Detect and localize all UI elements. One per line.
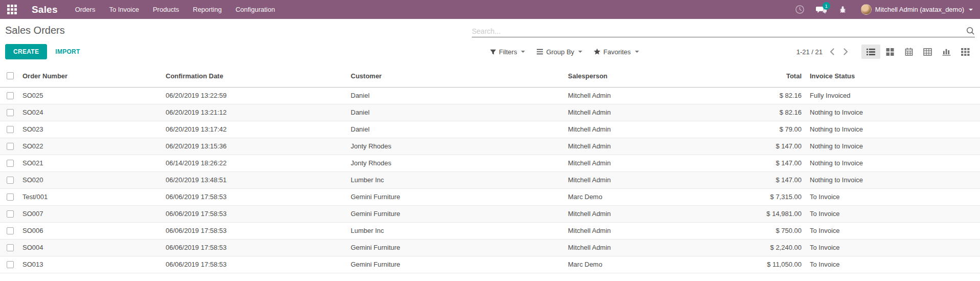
order-row[interactable]: SO023 06/20/2019 13:17:42 Daniel Mitchel… xyxy=(0,121,980,138)
invoice-status-cell: Nothing to Invoice xyxy=(804,104,980,121)
order-row[interactable]: SO007 06/06/2019 17:58:53 Gemini Furnitu… xyxy=(0,205,980,222)
confirmation-date-cell: 06/06/2019 17:58:53 xyxy=(164,256,349,273)
header-total[interactable]: Total xyxy=(742,65,804,87)
header-order-number[interactable]: Order Number xyxy=(20,65,164,87)
pager-next-button[interactable] xyxy=(844,48,848,55)
row-checkbox[interactable] xyxy=(7,160,14,167)
salesperson-cell: Mitchell Admin xyxy=(566,239,742,256)
customer-cell: Gemini Furniture xyxy=(349,239,566,256)
total-cell: $ 750.00 xyxy=(742,222,804,239)
select-all-checkbox[interactable] xyxy=(7,72,14,79)
salesperson-cell: Mitchell Admin xyxy=(566,104,742,121)
menu-item[interactable]: Configuration xyxy=(236,6,275,13)
invoice-status-cell: To Invoice xyxy=(804,188,980,205)
search-icon[interactable] xyxy=(966,26,975,35)
view-calendar-button[interactable] xyxy=(899,45,918,59)
row-checkbox[interactable] xyxy=(7,193,14,201)
row-checkbox[interactable] xyxy=(7,92,14,99)
main-menu: OrdersTo InvoiceProductsReportingConfigu… xyxy=(75,6,275,13)
row-checkbox-cell xyxy=(0,138,20,155)
row-checkbox[interactable] xyxy=(7,261,14,268)
order-row[interactable]: SO006 06/06/2019 17:58:53 Lumber Inc Mit… xyxy=(0,222,980,239)
order-row[interactable]: SO020 06/20/2019 13:48:51 Lumber Inc Mit… xyxy=(0,171,980,188)
clock-icon xyxy=(795,5,805,14)
messages-count-badge: 1 xyxy=(823,2,830,10)
invoice-status-cell: Nothing to Invoice xyxy=(804,138,980,155)
header-invoice-status[interactable]: Invoice Status xyxy=(804,65,980,87)
row-checkbox[interactable] xyxy=(7,109,14,116)
confirmation-date-cell: 06/06/2019 17:58:53 xyxy=(164,239,349,256)
row-checkbox[interactable] xyxy=(7,126,14,133)
header-salesperson[interactable]: Salesperson xyxy=(566,65,742,87)
order-row[interactable]: SO024 06/20/2019 13:21:12 Daniel Mitchel… xyxy=(0,104,980,121)
customer-cell: Jonty Rhodes xyxy=(349,155,566,171)
app-title[interactable]: Sales xyxy=(32,4,58,15)
menu-item[interactable]: Reporting xyxy=(193,6,221,13)
row-checkbox[interactable] xyxy=(7,210,14,218)
order-number-cell: SO007 xyxy=(20,205,164,222)
order-row[interactable]: SO021 06/14/2019 18:26:22 Jonty Rhodes M… xyxy=(0,155,980,171)
list-view-icon xyxy=(867,48,875,56)
row-checkbox[interactable] xyxy=(7,143,14,150)
pager-previous-button[interactable] xyxy=(830,48,834,55)
total-cell: $ 11,050.00 xyxy=(742,256,804,273)
pager-nav xyxy=(830,48,848,55)
view-pivot-button[interactable] xyxy=(918,45,937,59)
salesperson-cell: Marc Demo xyxy=(566,188,742,205)
row-checkbox-cell xyxy=(0,171,20,188)
bug-icon xyxy=(838,5,847,14)
invoice-status-cell: Nothing to Invoice xyxy=(804,171,980,188)
header-customer[interactable]: Customer xyxy=(349,65,566,87)
customer-cell: Daniel xyxy=(349,87,566,104)
menu-item[interactable]: Products xyxy=(153,6,179,13)
total-cell: $ 147.00 xyxy=(742,155,804,171)
salesperson-cell: Mitchell Admin xyxy=(566,155,742,171)
activities-button[interactable] xyxy=(791,0,809,19)
row-checkbox-cell xyxy=(0,256,20,273)
orders-table: Order Number Confirmation Date Customer … xyxy=(0,65,980,273)
total-cell: $ 147.00 xyxy=(742,171,804,188)
total-cell: $ 82.16 xyxy=(742,87,804,104)
favorites-dropdown[interactable]: Favorites xyxy=(594,48,639,56)
view-list-button[interactable] xyxy=(861,45,880,59)
view-kanban-button[interactable] xyxy=(880,45,899,59)
order-row[interactable]: SO025 06/20/2019 13:22:59 Daniel Mitchel… xyxy=(0,87,980,104)
invoice-status-cell: Fully Invoiced xyxy=(804,87,980,104)
invoice-status-cell: To Invoice xyxy=(804,222,980,239)
view-graph-button[interactable] xyxy=(937,45,956,59)
pager-zone: 1-21 / 21 xyxy=(796,45,975,59)
group-by-dropdown[interactable]: Group By xyxy=(536,48,582,56)
customer-cell: Lumber Inc xyxy=(349,222,566,239)
search-input[interactable] xyxy=(472,27,966,35)
row-checkbox[interactable] xyxy=(7,177,14,184)
customer-cell: Daniel xyxy=(349,104,566,121)
group-by-lines-icon xyxy=(536,49,543,55)
import-button[interactable]: IMPORT xyxy=(55,48,80,55)
debug-button[interactable] xyxy=(834,0,852,19)
user-menu[interactable]: Mitchell Admin (avatax_demo) xyxy=(861,4,973,15)
topbar-right: 1 Mitchell Admin (avatax_demo) xyxy=(791,0,980,19)
group-by-label: Group By xyxy=(546,48,574,56)
filter-funnel-icon xyxy=(490,49,496,55)
order-row[interactable]: SO004 06/06/2019 17:58:53 Gemini Furnitu… xyxy=(0,239,980,256)
order-number-cell: SO025 xyxy=(20,87,164,104)
menu-item[interactable]: Orders xyxy=(75,6,96,13)
messages-button[interactable]: 1 xyxy=(813,0,830,19)
header-confirmation-date[interactable]: Confirmation Date xyxy=(164,65,349,87)
total-cell: $ 147.00 xyxy=(742,138,804,155)
view-activity-button[interactable] xyxy=(956,45,975,59)
order-row[interactable]: Test/001 06/06/2019 17:58:53 Gemini Furn… xyxy=(0,188,980,205)
salesperson-cell: Mitchell Admin xyxy=(566,205,742,222)
filters-dropdown[interactable]: Filters xyxy=(490,48,525,56)
row-checkbox[interactable] xyxy=(7,244,14,251)
apps-menu-button[interactable] xyxy=(0,0,24,19)
menu-item[interactable]: To Invoice xyxy=(109,6,139,13)
total-cell: $ 14,981.00 xyxy=(742,205,804,222)
create-button[interactable]: CREATE xyxy=(5,44,47,59)
confirmation-date-cell: 06/06/2019 17:58:53 xyxy=(164,222,349,239)
row-checkbox[interactable] xyxy=(7,227,14,234)
order-number-cell: SO021 xyxy=(20,155,164,171)
order-row[interactable]: SO022 06/20/2019 13:15:36 Jonty Rhodes M… xyxy=(0,138,980,155)
order-row[interactable]: SO013 06/06/2019 17:58:53 Gemini Furnitu… xyxy=(0,256,980,273)
view-switcher xyxy=(861,45,975,59)
